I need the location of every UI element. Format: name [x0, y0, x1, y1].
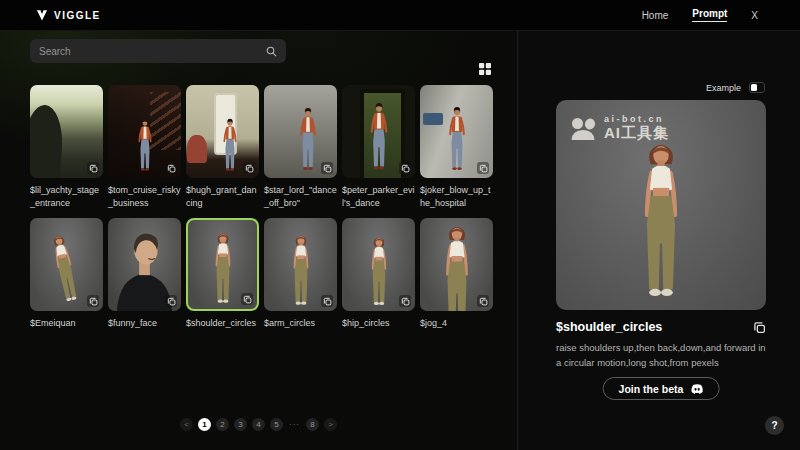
gallery-item[interactable]: $funny_face: [108, 218, 181, 351]
watermark-line1: ai-bot.cn: [604, 114, 669, 124]
copy-icon[interactable]: [477, 295, 489, 307]
pagination-ellipsis[interactable]: ···: [288, 418, 301, 431]
example-toggle[interactable]: [749, 82, 765, 93]
preview-description: raise shoulders up,then back,down,and fo…: [556, 340, 770, 370]
gallery-item[interactable]: $shoulder_circles: [186, 218, 259, 351]
copy-icon[interactable]: [321, 295, 333, 307]
copy-icon[interactable]: [165, 162, 177, 174]
search-input[interactable]: [39, 46, 266, 57]
gallery-thumb[interactable]: [420, 85, 493, 178]
preview-title-row: $shoulder_circles: [556, 320, 766, 334]
gallery-item[interactable]: $hip_circles: [342, 218, 415, 351]
gallery-item-label: $tom_cruise_risky_business: [108, 184, 181, 210]
gallery-item-label: $peter_parker_evil's_dance: [342, 184, 415, 210]
preview-panel: Example ai-bot.cn AI工具集 $shoulder_circle…: [518, 31, 800, 450]
gallery-thumb[interactable]: [186, 85, 259, 178]
toggle-handle: [751, 84, 757, 91]
help-button[interactable]: ?: [765, 416, 784, 435]
gallery-item-label: $jog_4: [420, 317, 493, 330]
example-label: Example: [706, 83, 741, 93]
pagination: <12345···8>: [0, 418, 517, 431]
gallery-item[interactable]: $jog_4: [420, 218, 493, 351]
gallery-thumb[interactable]: [264, 218, 337, 311]
pagination-prev[interactable]: <: [180, 418, 193, 431]
gallery-thumb[interactable]: [342, 218, 415, 311]
gallery-item-label: $hip_circles: [342, 317, 415, 330]
gallery-panel: $lil_yachty_stage_entrance$tom_cruise_ri…: [0, 31, 517, 450]
copy-icon[interactable]: [321, 162, 333, 174]
header: VIGGLE HomePromptX: [0, 0, 800, 31]
gallery-thumb[interactable]: [30, 85, 103, 178]
gallery-item-label: $arm_circles: [264, 317, 337, 330]
copy-icon[interactable]: [399, 295, 411, 307]
grid-view-icon[interactable]: [478, 62, 492, 76]
gallery-thumb[interactable]: [108, 218, 181, 311]
top-nav: HomePromptX: [642, 8, 758, 22]
gallery-thumb[interactable]: [342, 85, 415, 178]
gallery-item-label: $star_lord_"dance_off_bro": [264, 184, 337, 210]
pagination-page-2[interactable]: 2: [216, 418, 229, 431]
brand[interactable]: VIGGLE: [36, 9, 101, 21]
nav-item-x[interactable]: X: [751, 10, 758, 21]
gallery-thumb[interactable]: [30, 218, 103, 311]
copy-icon[interactable]: [399, 162, 411, 174]
copy-icon[interactable]: [87, 295, 99, 307]
copy-prompt-icon[interactable]: [753, 321, 766, 334]
gallery-item[interactable]: $peter_parker_evil's_dance: [342, 85, 415, 218]
gallery-thumb[interactable]: [264, 85, 337, 178]
ai-bot-logo-icon: [569, 117, 597, 141]
copy-icon[interactable]: [477, 162, 489, 174]
gallery-thumb[interactable]: [420, 218, 493, 311]
gallery-item[interactable]: $star_lord_"dance_off_bro": [264, 85, 337, 218]
join-beta-label: Join the beta: [619, 383, 684, 395]
pagination-page-5[interactable]: 5: [270, 418, 283, 431]
pagination-next[interactable]: >: [324, 418, 337, 431]
gallery-item-label: $funny_face: [108, 317, 181, 330]
gallery-item[interactable]: $joker_blow_up_the_hospital: [420, 85, 493, 218]
join-beta-button[interactable]: Join the beta: [603, 377, 720, 400]
nav-item-prompt[interactable]: Prompt: [692, 8, 727, 22]
gallery-thumb-selected[interactable]: [186, 218, 259, 311]
pagination-page-1[interactable]: 1: [198, 418, 211, 431]
preview-image[interactable]: ai-bot.cn AI工具集: [556, 100, 766, 310]
pagination-page-4[interactable]: 4: [252, 418, 265, 431]
copy-icon[interactable]: [241, 293, 253, 305]
gallery-item-label: $lil_yachty_stage_entrance: [30, 184, 103, 210]
brand-name: VIGGLE: [54, 10, 101, 21]
pagination-page-3[interactable]: 3: [234, 418, 247, 431]
gallery-item[interactable]: $Emeiquan: [30, 218, 103, 351]
gallery-item[interactable]: $tom_cruise_risky_business: [108, 85, 181, 218]
discord-icon: [690, 384, 703, 394]
copy-icon[interactable]: [165, 295, 177, 307]
gallery-item-label: $joker_blow_up_the_hospital: [420, 184, 493, 210]
preview-title: $shoulder_circles: [556, 320, 662, 334]
pagination-page-8[interactable]: 8: [306, 418, 319, 431]
search-icon: [266, 46, 277, 57]
copy-icon[interactable]: [87, 162, 99, 174]
preview-character: [617, 139, 706, 305]
gallery-item[interactable]: $arm_circles: [264, 218, 337, 351]
gallery-item[interactable]: $hugh_grant_dancing: [186, 85, 259, 218]
gallery-item-label: $Emeiquan: [30, 317, 103, 330]
search-bar[interactable]: [30, 39, 286, 63]
example-toggle-row: Example: [706, 82, 765, 93]
gallery-item-label: $shoulder_circles: [186, 317, 259, 330]
viggle-app: VIGGLE HomePromptX $lil_yachty_stage_ent…: [0, 0, 800, 450]
gallery-item[interactable]: $lil_yachty_stage_entrance: [30, 85, 103, 218]
gallery-item-label: $hugh_grant_dancing: [186, 184, 259, 210]
nav-item-home[interactable]: Home: [642, 10, 669, 21]
gallery-thumb[interactable]: [108, 85, 181, 178]
viggle-logo-icon: [36, 9, 48, 21]
copy-icon[interactable]: [243, 162, 255, 174]
template-gallery: $lil_yachty_stage_entrance$tom_cruise_ri…: [30, 85, 493, 351]
